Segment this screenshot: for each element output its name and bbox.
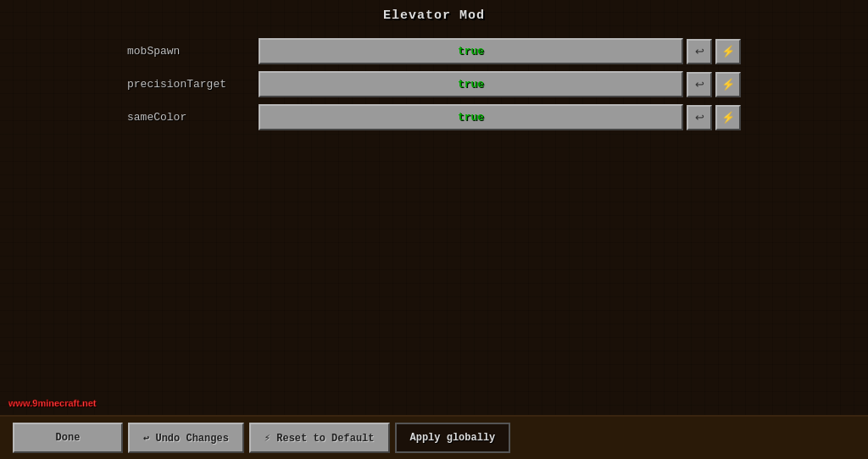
setting-reset-precisionTarget[interactable]: ⚡ xyxy=(715,72,741,97)
setting-undo-mobSpawn[interactable]: ↩ xyxy=(687,39,712,64)
setting-reset-mobSpawn[interactable]: ⚡ xyxy=(715,39,741,64)
apply-globally-button[interactable]: Apply globally xyxy=(395,423,511,453)
bottom-bar: Done ↩ Undo Changes ⚡ Reset to Default A… xyxy=(0,415,868,459)
setting-label-sameColor: sameColor xyxy=(127,111,259,124)
setting-row-sameColor: sameColortrue↩⚡ xyxy=(127,104,741,130)
setting-value-sameColor[interactable]: true xyxy=(259,104,683,130)
watermark-text: www.9minecraft.net xyxy=(8,398,97,408)
setting-reset-sameColor[interactable]: ⚡ xyxy=(715,105,741,130)
setting-undo-sameColor[interactable]: ↩ xyxy=(687,105,712,130)
setting-value-mobSpawn[interactable]: true xyxy=(259,38,683,64)
title-bar: Elevator Mod xyxy=(0,0,868,30)
setting-label-precisionTarget: precisionTarget xyxy=(127,78,259,91)
done-button[interactable]: Done xyxy=(13,423,123,453)
settings-area: mobSpawntrue↩⚡precisionTargettrue↩⚡sameC… xyxy=(0,30,868,130)
undo-changes-button[interactable]: ↩ Undo Changes xyxy=(128,423,244,453)
setting-label-mobSpawn: mobSpawn xyxy=(127,45,259,58)
setting-value-precisionTarget[interactable]: true xyxy=(259,71,683,97)
page-title: Elevator Mod xyxy=(0,0,868,30)
setting-row-mobSpawn: mobSpawntrue↩⚡ xyxy=(127,38,741,64)
setting-undo-precisionTarget[interactable]: ↩ xyxy=(687,72,712,97)
setting-row-precisionTarget: precisionTargettrue↩⚡ xyxy=(127,71,741,97)
reset-to-default-button[interactable]: ⚡ Reset to Default xyxy=(249,423,390,453)
